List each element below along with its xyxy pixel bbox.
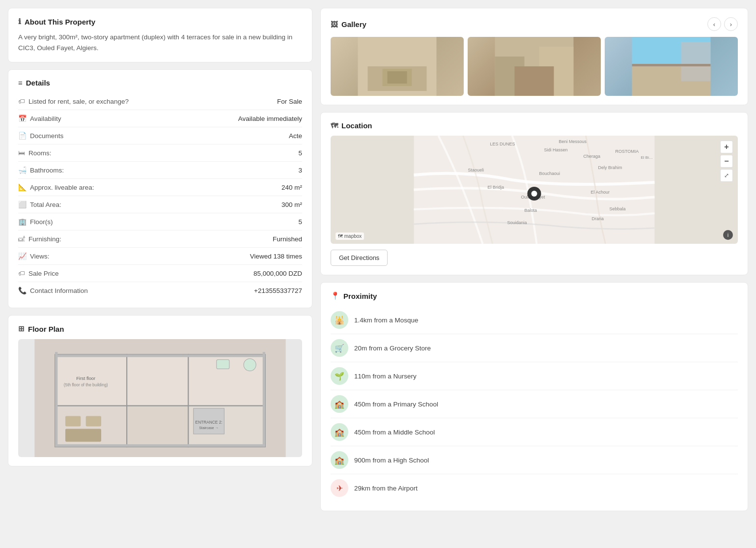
location-card: 🗺 Location LES DUNES	[320, 112, 748, 275]
proximity-item-text: 900m from a High School	[354, 457, 429, 464]
detail-row: 🛁 Bathrooms: 3	[18, 162, 302, 179]
svg-text:LES DUNES: LES DUNES	[490, 142, 515, 146]
svg-rect-4	[127, 406, 188, 447]
get-directions-button[interactable]: Get Directions	[331, 250, 388, 266]
detail-row-icon: 🛏	[18, 149, 25, 157]
proximity-item-text: 450m from a Middle School	[354, 429, 435, 436]
left-column: ℹ About This Property A very bright, 300…	[8, 8, 312, 511]
svg-text:Cheraga: Cheraga	[584, 154, 601, 159]
svg-text:Draria: Draria	[592, 216, 604, 221]
proximity-item-text: 20m from a Grocery Store	[354, 345, 431, 352]
detail-row: 📅 Availability Available immediately	[18, 110, 302, 127]
map-zoom-out-button[interactable]: −	[720, 155, 733, 168]
proximity-list: 🕌 1.4km from a Mosque 🛒 20m from a Groce…	[331, 306, 738, 502]
svg-rect-8	[55, 352, 57, 447]
details-icon: ≡	[18, 79, 23, 87]
detail-label: 📞 Contact Information	[18, 287, 88, 294]
about-card: ℹ About This Property A very bright, 300…	[8, 8, 312, 62]
proximity-item: 🏫 450m from a Primary School	[331, 390, 738, 418]
map-svg: LES DUNES Beni Messous Sidi Hassen Chera…	[331, 136, 738, 244]
detail-value: 300 m²	[281, 201, 302, 208]
floor-plan-svg: First floor (5th floor of the building) …	[18, 339, 302, 457]
map-expand-button[interactable]: ⤢	[720, 169, 733, 182]
svg-rect-19	[217, 360, 229, 369]
proximity-item-icon: ✈	[331, 479, 348, 497]
detail-label: 📅 Availability	[18, 115, 61, 122]
location-title: 🗺 Location	[331, 121, 738, 130]
svg-rect-3	[127, 354, 188, 405]
map-info-button[interactable]: i	[723, 230, 733, 240]
detail-row-icon: 🛋	[18, 235, 25, 243]
gallery-image-2[interactable]	[468, 37, 601, 96]
details-title: ≡ Details	[18, 79, 302, 87]
gallery-card: 🖼 Gallery ‹ ›	[320, 8, 748, 105]
detail-row: 🛋 Furnishing: Furnished	[18, 231, 302, 248]
detail-label: 🛏 Rooms:	[18, 149, 52, 157]
detail-row-icon: 📞	[18, 287, 27, 294]
detail-label: 🛋 Furnishing:	[18, 235, 61, 243]
floor-plan-icon: ⊞	[18, 324, 25, 333]
proximity-item-icon: 🏫	[331, 423, 348, 441]
svg-point-20	[244, 359, 256, 371]
proximity-icon: 📍	[331, 291, 340, 300]
svg-text:First floor: First floor	[76, 376, 95, 381]
proximity-item: 🏫 450m from a Middle School	[331, 418, 738, 446]
detail-value: 240 m²	[281, 184, 302, 191]
detail-row-icon: 📅	[18, 115, 27, 122]
proximity-item: 🏫 900m from a High School	[331, 446, 738, 474]
proximity-item-text: 1.4km from a Mosque	[354, 317, 419, 324]
detail-value: 5	[298, 218, 302, 226]
svg-rect-7	[55, 354, 265, 357]
detail-row-icon: 📄	[18, 132, 27, 140]
detail-value: Furnished	[273, 235, 302, 243]
floor-plan-image: First floor (5th floor of the building) …	[18, 339, 302, 457]
proximity-item-text: 450m from a Primary School	[354, 401, 438, 408]
svg-text:Sidi Hassen: Sidi Hassen	[544, 147, 568, 152]
detail-label: 🏢 Floor(s)	[18, 218, 53, 226]
detail-label: 🏷 Sale Price	[18, 269, 59, 277]
svg-rect-13	[65, 416, 81, 427]
right-column: 🖼 Gallery ‹ ›	[320, 8, 748, 511]
detail-label: 📈 Views:	[18, 252, 50, 260]
detail-row: 🏷 Listed for rent, sale, or exchange? Fo…	[18, 93, 302, 110]
detail-value: Acte	[289, 132, 302, 140]
proximity-item-icon: 🛒	[331, 339, 348, 357]
gallery-image-3[interactable]	[605, 37, 738, 96]
svg-text:Sebbala: Sebbala	[610, 206, 626, 211]
svg-text:Staircase →: Staircase →	[199, 426, 219, 430]
proximity-item-text: 110m from a Nursery	[354, 373, 417, 380]
detail-row: 📈 Views: Viewed 138 times	[18, 248, 302, 265]
gallery-image-1[interactable]	[331, 37, 464, 96]
proximity-title: 📍 Proximity	[331, 291, 738, 300]
gallery-prev-button[interactable]: ‹	[707, 17, 721, 31]
map-zoom-in-button[interactable]: +	[720, 141, 733, 153]
proximity-item-icon: 🌱	[331, 367, 348, 385]
detail-row: ⬜ Total Area: 300 m²	[18, 196, 302, 213]
about-description: A very bright, 300m², two-story apartmen…	[18, 32, 302, 53]
detail-label: 🛁 Bathrooms:	[18, 166, 64, 174]
floor-plan-card: ⊞ Floor Plan	[8, 315, 312, 466]
gallery-images	[331, 37, 738, 96]
gallery-next-button[interactable]: ›	[724, 17, 738, 31]
detail-value: 85,000,000 DZD	[253, 270, 302, 277]
svg-rect-9	[263, 352, 265, 447]
detail-value: +213555337727	[254, 287, 302, 294]
svg-text:El Achour: El Achour	[591, 190, 610, 195]
detail-label: 📐 Approx. liveable area:	[18, 183, 94, 191]
detail-row: 🛏 Rooms: 5	[18, 144, 302, 162]
proximity-item-icon: 🏫	[331, 395, 348, 413]
gallery-icon: 🖼	[331, 20, 338, 29]
detail-value: 3	[298, 167, 302, 174]
map-controls: + − ⤢	[720, 141, 733, 182]
svg-rect-14	[86, 416, 101, 427]
mapbox-logo: 🗺 mapbox	[336, 232, 364, 240]
detail-value: 5	[298, 149, 302, 157]
proximity-item: 🛒 20m from a Grocery Store	[331, 334, 738, 362]
proximity-item-icon: 🕌	[331, 311, 348, 329]
proximity-item: 🌱 110m from a Nursery	[331, 362, 738, 390]
detail-row: 📐 Approx. liveable area: 240 m²	[18, 179, 302, 196]
info-icon: ℹ	[18, 17, 21, 26]
gallery-nav: ‹ ›	[707, 17, 738, 31]
svg-rect-10	[55, 444, 265, 447]
detail-row-icon: 📈	[18, 252, 27, 260]
